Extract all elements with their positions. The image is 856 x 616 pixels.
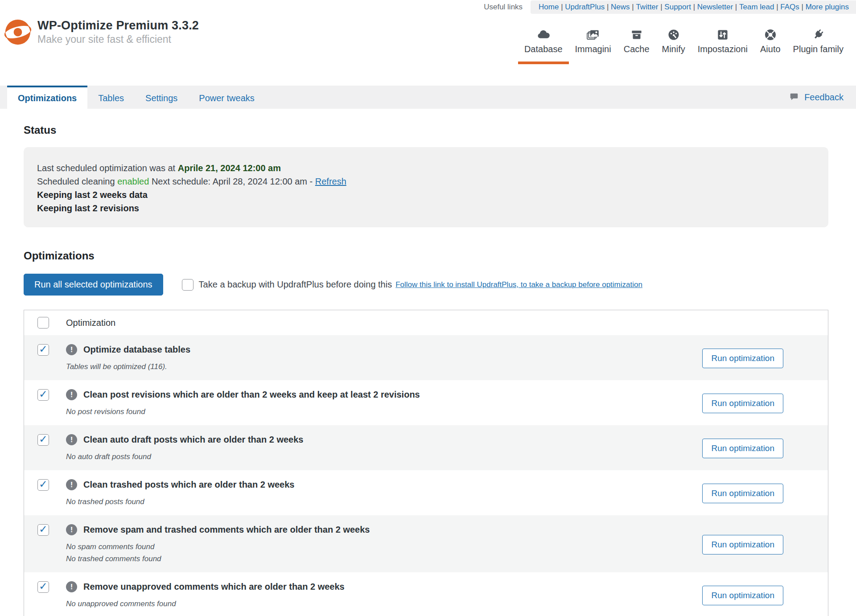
run-all-selected-button[interactable]: Run all selected optimizations bbox=[24, 274, 163, 296]
nav-item-cache[interactable]: Cache bbox=[617, 28, 656, 64]
top-links-bar: Useful links Home | UpdraftPlus | News |… bbox=[0, 0, 856, 14]
optimization-row: ! Clean post revisions which are older t… bbox=[24, 380, 828, 425]
optimizations-table: Optimization ! Optimize database tables … bbox=[24, 310, 828, 616]
optimization-checkbox[interactable] bbox=[37, 479, 49, 491]
backup-label: Take a backup with UpdraftPlus before do… bbox=[199, 279, 392, 290]
feedback-label: Feedback bbox=[804, 92, 844, 103]
optimization-controls: Run all selected optimizations Take a ba… bbox=[24, 274, 828, 296]
useful-link-home[interactable]: Home bbox=[539, 3, 559, 12]
optimization-row: ! Optimize database tables Tables will b… bbox=[24, 335, 828, 380]
optimization-checkbox[interactable] bbox=[37, 389, 49, 401]
optimization-notes: No post revisions found bbox=[66, 406, 693, 418]
optimization-row: ! Clean trashed posts which are older th… bbox=[24, 470, 828, 515]
useful-link-support[interactable]: Support bbox=[664, 3, 691, 12]
useful-link-more-plugins[interactable]: More plugins bbox=[806, 3, 849, 12]
optimization-notes: No trashed posts found bbox=[66, 496, 693, 508]
plug-icon bbox=[811, 28, 825, 42]
warning-icon: ! bbox=[66, 479, 77, 490]
nav-item-database[interactable]: Database bbox=[518, 28, 569, 64]
tab-tables[interactable]: Tables bbox=[87, 86, 135, 109]
optimization-notes: Tables will be optimized (116). bbox=[66, 361, 693, 373]
useful-link-twitter[interactable]: Twitter bbox=[636, 3, 658, 12]
run-optimization-button[interactable]: Run optimization bbox=[702, 394, 783, 413]
optimization-note: No trashed comments found bbox=[66, 553, 693, 565]
install-updraftplus-link[interactable]: Follow this link to install UpdraftPlus,… bbox=[395, 280, 642, 289]
nav-item-immagini[interactable]: Immagini bbox=[569, 28, 617, 64]
tab-bar: OptimizationsTablesSettingsPower tweaks … bbox=[0, 86, 856, 109]
nav-label: Cache bbox=[624, 44, 650, 54]
last-optimization-date: Aprile 21, 2024 12:00 am bbox=[178, 163, 281, 173]
useful-link-faqs[interactable]: FAQs bbox=[780, 3, 799, 12]
optimization-note: No post revisions found bbox=[66, 406, 693, 418]
feedback-button[interactable]: Feedback bbox=[789, 86, 844, 109]
tab-power-tweaks[interactable]: Power tweaks bbox=[188, 86, 265, 109]
optimizations-heading: Optimizations bbox=[24, 250, 828, 262]
cloud-icon bbox=[537, 28, 550, 42]
nav-item-impostazioni[interactable]: Impostazioni bbox=[691, 28, 754, 64]
useful-links: Home | UpdraftPlus | News | Twitter | Su… bbox=[531, 0, 856, 14]
optimization-title: Remove unapproved comments which are old… bbox=[83, 582, 345, 592]
optimization-checkbox[interactable] bbox=[37, 344, 49, 356]
speedometer-icon bbox=[667, 28, 680, 42]
status-line-last-optimization: Last scheduled optimization was at April… bbox=[37, 161, 815, 175]
optimization-row: ! Remove unapproved comments which are o… bbox=[24, 572, 828, 616]
images-icon bbox=[586, 28, 600, 42]
run-optimization-button[interactable]: Run optimization bbox=[702, 439, 783, 458]
optimization-note: No spam comments found bbox=[66, 541, 693, 553]
optimization-note: No trashed posts found bbox=[66, 496, 693, 508]
warning-icon: ! bbox=[66, 581, 77, 592]
nav-label: Minify bbox=[662, 44, 685, 54]
optimization-checkbox[interactable] bbox=[37, 581, 49, 593]
useful-links-label: Useful links bbox=[484, 3, 523, 12]
optimization-notes: No auto draft posts found bbox=[66, 451, 693, 463]
page-subtitle: Make your site fast & efficient bbox=[37, 33, 199, 45]
optimization-row: ! Remove spam and trashed comments which… bbox=[24, 515, 828, 572]
status-heading: Status bbox=[24, 124, 828, 136]
speech-bubble-icon bbox=[789, 92, 799, 102]
optimization-note: No unapproved comments found bbox=[66, 598, 693, 610]
nav-item-plugin-family[interactable]: Plugin family bbox=[787, 28, 850, 64]
nav-label: Impostazioni bbox=[698, 44, 748, 54]
tab-optimizations[interactable]: Optimizations bbox=[7, 86, 87, 109]
brand: WP-Optimize Premium 3.3.2 Make your site… bbox=[4, 19, 199, 45]
status-box: Last scheduled optimization was at April… bbox=[24, 147, 828, 227]
archive-box-icon bbox=[630, 28, 643, 42]
table-header-label: Optimization bbox=[66, 318, 115, 328]
run-optimization-button[interactable]: Run optimization bbox=[702, 349, 783, 368]
useful-link-newsletter[interactable]: Newsletter bbox=[697, 3, 733, 12]
table-header-row: Optimization bbox=[24, 310, 828, 335]
run-optimization-button[interactable]: Run optimization bbox=[702, 586, 783, 605]
useful-link-news[interactable]: News bbox=[611, 3, 630, 12]
select-all-checkbox[interactable] bbox=[37, 317, 49, 329]
enabled-badge: enabled bbox=[117, 177, 149, 186]
optimization-title: Clean post revisions which are older tha… bbox=[83, 390, 420, 400]
nav-label: Aiuto bbox=[760, 44, 781, 54]
sliders-icon bbox=[716, 28, 729, 42]
warning-icon: ! bbox=[66, 344, 77, 355]
nav-item-aiuto[interactable]: Aiuto bbox=[754, 28, 787, 64]
useful-link-updraftplus[interactable]: UpdraftPlus bbox=[565, 3, 605, 12]
run-optimization-button[interactable]: Run optimization bbox=[702, 535, 783, 554]
optimization-note: Tables will be optimized (116). bbox=[66, 361, 693, 373]
useful-link-team-lead[interactable]: Team lead bbox=[739, 3, 774, 12]
optimization-checkbox[interactable] bbox=[37, 524, 49, 536]
nav-label: Plugin family bbox=[793, 44, 844, 54]
optimization-note: No auto draft posts found bbox=[66, 451, 693, 463]
backup-checkbox[interactable] bbox=[182, 279, 193, 291]
refresh-link[interactable]: Refresh bbox=[315, 177, 346, 186]
status-line-revisions: Keeping last 2 revisions bbox=[37, 201, 815, 215]
optimization-checkbox[interactable] bbox=[37, 434, 49, 446]
content-area: Status Last scheduled optimization was a… bbox=[0, 124, 856, 616]
lifebuoy-icon bbox=[764, 28, 777, 42]
optimization-title: Clean trashed posts which are older than… bbox=[83, 480, 295, 490]
nav-item-minify[interactable]: Minify bbox=[656, 28, 691, 64]
tab-settings[interactable]: Settings bbox=[135, 86, 188, 109]
page-title: WP-Optimize Premium 3.3.2 bbox=[37, 19, 199, 33]
status-line-weeks: Keeping last 2 weeks data bbox=[37, 188, 815, 201]
optimization-notes: No unapproved comments found bbox=[66, 598, 693, 610]
nav-label: Database bbox=[524, 44, 563, 54]
optimization-title: Remove spam and trashed comments which a… bbox=[83, 525, 370, 535]
run-optimization-button[interactable]: Run optimization bbox=[702, 484, 783, 503]
warning-icon: ! bbox=[66, 434, 77, 445]
wp-optimize-logo-icon bbox=[4, 19, 31, 45]
